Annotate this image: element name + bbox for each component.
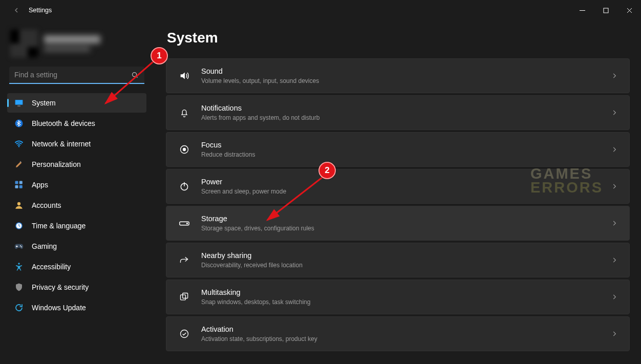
svg-point-6 [18, 146, 19, 147]
svg-rect-23 [183, 293, 188, 298]
sound-icon [179, 70, 190, 81]
chevron-right-icon [611, 256, 618, 264]
svg-rect-3 [15, 100, 23, 104]
card-list: Sound Volume levels, output, input, soun… [166, 58, 630, 351]
svg-point-21 [187, 223, 188, 224]
svg-rect-0 [604, 8, 608, 13]
chevron-right-icon [611, 146, 618, 153]
card-title: Multitasking [201, 288, 611, 297]
sidebar-item-apps[interactable]: Apps [7, 175, 146, 195]
card-desc: Alerts from apps and system, do not dist… [201, 114, 611, 122]
svg-rect-7 [15, 181, 18, 184]
card-desc: Storage space, drives, configuration rul… [201, 224, 611, 232]
sidebar-item-personalization[interactable]: Personalization [7, 155, 146, 174]
apps-icon [14, 180, 24, 189]
sidebar-item-label: Accessibility [32, 263, 71, 271]
content: System Sound Volume levels, output, inpu… [154, 20, 641, 364]
shield-icon [14, 283, 24, 292]
sidebar-item-accounts[interactable]: Accounts [7, 196, 146, 215]
person-icon [14, 201, 24, 210]
gamepad-icon [14, 242, 24, 251]
page-title: System [167, 30, 630, 46]
card-title: Nearby sharing [201, 251, 611, 260]
card-title: Storage [201, 214, 611, 223]
bluetooth-icon [14, 119, 24, 128]
wifi-icon [14, 139, 24, 148]
card-activation[interactable]: Activation Activation state, subscriptio… [166, 316, 630, 351]
sidebar-item-label: Apps [32, 181, 48, 189]
search-icon [131, 71, 139, 79]
update-icon [14, 303, 24, 312]
card-sound[interactable]: Sound Volume levels, output, input, soun… [166, 58, 630, 93]
storage-icon [179, 218, 190, 229]
sidebar-item-label: Personalization [32, 160, 81, 168]
svg-point-16 [18, 263, 19, 264]
card-desc: Screen and sleep, power mode [201, 187, 611, 196]
sidebar-item-label: Accounts [32, 201, 61, 209]
sidebar-item-time-language[interactable]: Time & language [7, 216, 146, 235]
card-focus[interactable]: Focus Reduce distractions [166, 132, 630, 167]
accessibility-icon [14, 262, 24, 271]
card-desc: Reduce distractions [201, 151, 611, 159]
sidebar-item-privacy[interactable]: Privacy & security [7, 277, 146, 297]
card-nearby-sharing[interactable]: Nearby sharing Discoverability, received… [166, 243, 630, 277]
sidebar-item-label: Network & internet [32, 140, 91, 148]
bell-icon [179, 107, 190, 118]
user-block[interactable] [7, 28, 146, 65]
sidebar-item-label: Windows Update [32, 304, 86, 312]
focus-icon [179, 144, 190, 155]
maximize-button[interactable] [594, 0, 617, 20]
card-multitasking[interactable]: Multitasking Snap windows, desktops, tas… [166, 280, 630, 314]
titlebar-left: Settings [0, 5, 52, 15]
card-title: Focus [201, 140, 611, 149]
card-notifications[interactable]: Notifications Alerts from apps and syste… [166, 95, 630, 130]
chevron-right-icon [611, 183, 618, 190]
sidebar-item-bluetooth[interactable]: Bluetooth & devices [7, 114, 146, 133]
card-desc: Volume levels, output, input, sound devi… [201, 77, 611, 85]
sidebar: System Bluetooth & devices Network & int… [0, 20, 154, 364]
minimize-button[interactable] [570, 0, 594, 20]
sidebar-item-label: Privacy & security [32, 283, 89, 291]
sidebar-item-system[interactable]: System [7, 93, 146, 113]
clock-globe-icon [14, 221, 24, 230]
svg-point-11 [17, 202, 20, 205]
card-title: Activation [201, 325, 611, 334]
titlebar: Settings [0, 0, 641, 20]
chevron-right-icon [611, 109, 618, 116]
close-button[interactable] [617, 0, 641, 20]
back-button[interactable] [11, 5, 22, 15]
share-icon [179, 254, 190, 266]
card-power[interactable]: Power Screen and sleep, power mode [166, 169, 630, 204]
card-title: Sound [201, 67, 611, 76]
sidebar-item-windows-update[interactable]: Windows Update [7, 298, 146, 317]
card-title: Notifications [201, 103, 611, 113]
svg-point-15 [21, 246, 22, 247]
card-desc: Snap windows, desktops, task switching [201, 298, 611, 306]
search-input[interactable] [9, 67, 144, 84]
sidebar-item-accessibility[interactable]: Accessibility [7, 257, 146, 276]
sidebar-item-network[interactable]: Network & internet [7, 134, 146, 154]
svg-point-24 [181, 330, 188, 338]
window-controls [570, 0, 641, 20]
sidebar-item-label: Gaming [32, 242, 57, 250]
sidebar-item-label: Bluetooth & devices [32, 119, 95, 127]
power-icon [179, 181, 190, 192]
card-title: Power [201, 177, 611, 186]
chevron-right-icon [611, 293, 618, 301]
svg-point-18 [183, 148, 186, 151]
monitor-icon [14, 98, 24, 108]
sidebar-item-gaming[interactable]: Gaming [7, 237, 146, 256]
card-storage[interactable]: Storage Storage space, drives, configura… [166, 206, 630, 241]
chevron-right-icon [611, 330, 618, 337]
svg-point-1 [133, 73, 137, 77]
sidebar-nav: System Bluetooth & devices Network & int… [7, 93, 146, 317]
card-desc: Activation state, subscriptions, product… [201, 335, 611, 343]
svg-rect-22 [181, 295, 186, 300]
svg-rect-9 [15, 185, 18, 188]
multitasking-icon [179, 291, 190, 303]
sidebar-item-label: System [32, 99, 56, 107]
svg-rect-4 [17, 105, 20, 106]
sidebar-item-label: Time & language [32, 222, 86, 230]
svg-point-14 [20, 245, 21, 246]
check-circle-icon [179, 328, 190, 339]
